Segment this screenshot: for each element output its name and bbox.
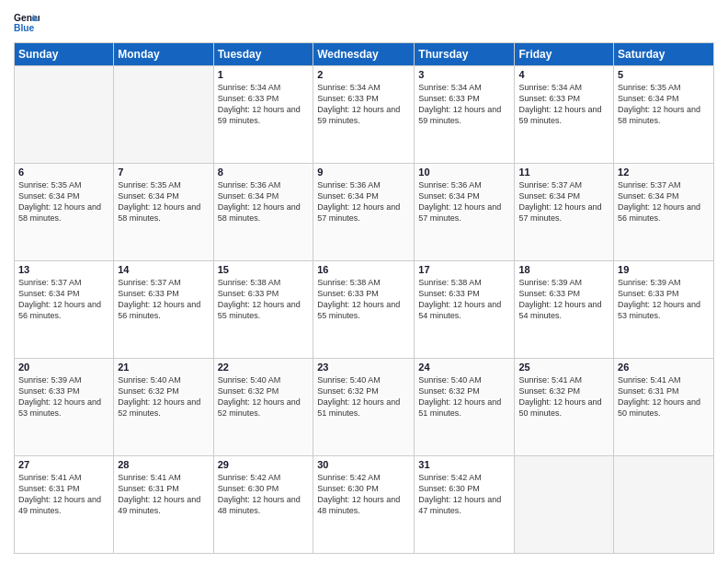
calendar-cell: 12Sunrise: 5:37 AM Sunset: 6:34 PM Dayli… [614, 164, 714, 261]
calendar-cell: 23Sunrise: 5:40 AM Sunset: 6:32 PM Dayli… [313, 359, 415, 456]
calendar-cell: 30Sunrise: 5:42 AM Sunset: 6:30 PM Dayli… [313, 456, 415, 554]
day-info: Sunrise: 5:42 AM Sunset: 6:30 PM Dayligh… [418, 472, 510, 517]
day-info: Sunrise: 5:34 AM Sunset: 6:33 PM Dayligh… [518, 82, 609, 127]
day-number: 2 [317, 69, 410, 80]
day-number: 19 [618, 264, 710, 275]
day-number: 14 [118, 264, 209, 275]
day-info: Sunrise: 5:35 AM Sunset: 6:34 PM Dayligh… [618, 82, 710, 127]
day-number: 30 [317, 459, 410, 470]
day-info: Sunrise: 5:38 AM Sunset: 6:33 PM Dayligh… [218, 277, 310, 322]
calendar-cell: 19Sunrise: 5:39 AM Sunset: 6:33 PM Dayli… [614, 261, 714, 359]
calendar-cell [515, 456, 614, 554]
day-info: Sunrise: 5:37 AM Sunset: 6:34 PM Dayligh… [18, 277, 109, 322]
day-info: Sunrise: 5:40 AM Sunset: 6:32 PM Dayligh… [317, 374, 410, 419]
day-number: 28 [118, 459, 209, 470]
calendar-cell: 24Sunrise: 5:40 AM Sunset: 6:32 PM Dayli… [415, 359, 515, 456]
day-info: Sunrise: 5:42 AM Sunset: 6:30 PM Dayligh… [218, 472, 310, 517]
calendar-cell: 5Sunrise: 5:35 AM Sunset: 6:34 PM Daylig… [614, 66, 714, 164]
calendar-cell: 3Sunrise: 5:34 AM Sunset: 6:33 PM Daylig… [415, 66, 515, 164]
day-info: Sunrise: 5:40 AM Sunset: 6:32 PM Dayligh… [418, 374, 510, 419]
day-info: Sunrise: 5:35 AM Sunset: 6:34 PM Dayligh… [118, 179, 209, 224]
calendar-cell: 31Sunrise: 5:42 AM Sunset: 6:30 PM Dayli… [415, 456, 515, 554]
logo: General Blue [14, 9, 43, 35]
weekday-header: Tuesday [213, 43, 313, 66]
svg-text:Blue: Blue [14, 23, 35, 33]
calendar-cell: 2Sunrise: 5:34 AM Sunset: 6:33 PM Daylig… [313, 66, 415, 164]
day-number: 16 [317, 264, 410, 275]
calendar-week-row: 1Sunrise: 5:34 AM Sunset: 6:33 PM Daylig… [15, 66, 714, 164]
calendar-cell: 8Sunrise: 5:36 AM Sunset: 6:34 PM Daylig… [213, 164, 313, 261]
calendar-cell: 25Sunrise: 5:41 AM Sunset: 6:32 PM Dayli… [515, 359, 614, 456]
weekday-header: Thursday [415, 43, 515, 66]
day-info: Sunrise: 5:39 AM Sunset: 6:33 PM Dayligh… [618, 277, 710, 322]
day-info: Sunrise: 5:41 AM Sunset: 6:31 PM Dayligh… [618, 374, 710, 419]
weekday-header: Wednesday [313, 43, 415, 66]
day-info: Sunrise: 5:40 AM Sunset: 6:32 PM Dayligh… [118, 374, 209, 419]
day-info: Sunrise: 5:34 AM Sunset: 6:33 PM Dayligh… [418, 82, 510, 127]
calendar-cell: 22Sunrise: 5:40 AM Sunset: 6:32 PM Dayli… [213, 359, 313, 456]
day-info: Sunrise: 5:37 AM Sunset: 6:33 PM Dayligh… [118, 277, 209, 322]
calendar-cell: 11Sunrise: 5:37 AM Sunset: 6:34 PM Dayli… [515, 164, 614, 261]
day-number: 9 [317, 167, 410, 178]
day-number: 22 [218, 362, 310, 373]
day-number: 26 [618, 362, 710, 373]
day-info: Sunrise: 5:41 AM Sunset: 6:31 PM Dayligh… [18, 472, 109, 517]
day-number: 5 [618, 69, 710, 80]
day-number: 8 [218, 167, 310, 178]
day-info: Sunrise: 5:34 AM Sunset: 6:33 PM Dayligh… [218, 82, 310, 127]
calendar-cell: 6Sunrise: 5:35 AM Sunset: 6:34 PM Daylig… [15, 164, 114, 261]
calendar-cell: 29Sunrise: 5:42 AM Sunset: 6:30 PM Dayli… [213, 456, 313, 554]
day-info: Sunrise: 5:37 AM Sunset: 6:34 PM Dayligh… [518, 179, 609, 224]
day-info: Sunrise: 5:41 AM Sunset: 6:32 PM Dayligh… [518, 374, 609, 419]
calendar-cell: 14Sunrise: 5:37 AM Sunset: 6:33 PM Dayli… [114, 261, 213, 359]
day-number: 24 [418, 362, 510, 373]
day-number: 15 [218, 264, 310, 275]
calendar-cell: 16Sunrise: 5:38 AM Sunset: 6:33 PM Dayli… [313, 261, 415, 359]
page: General Blue SundayMondayTuesdayWednesda… [0, 0, 728, 563]
day-number: 12 [618, 167, 710, 178]
day-number: 21 [118, 362, 209, 373]
calendar-week-row: 13Sunrise: 5:37 AM Sunset: 6:34 PM Dayli… [15, 261, 714, 359]
day-info: Sunrise: 5:40 AM Sunset: 6:32 PM Dayligh… [218, 374, 310, 419]
day-info: Sunrise: 5:39 AM Sunset: 6:33 PM Dayligh… [18, 374, 109, 419]
header: General Blue [14, 9, 714, 35]
day-number: 29 [218, 459, 310, 470]
day-info: Sunrise: 5:36 AM Sunset: 6:34 PM Dayligh… [218, 179, 310, 224]
calendar-cell: 7Sunrise: 5:35 AM Sunset: 6:34 PM Daylig… [114, 164, 213, 261]
calendar-cell [114, 66, 213, 164]
day-info: Sunrise: 5:39 AM Sunset: 6:33 PM Dayligh… [518, 277, 609, 322]
day-info: Sunrise: 5:36 AM Sunset: 6:34 PM Dayligh… [418, 179, 510, 224]
day-number: 10 [418, 167, 510, 178]
calendar-cell: 1Sunrise: 5:34 AM Sunset: 6:33 PM Daylig… [213, 66, 313, 164]
calendar-body: 1Sunrise: 5:34 AM Sunset: 6:33 PM Daylig… [15, 66, 714, 554]
day-info: Sunrise: 5:36 AM Sunset: 6:34 PM Dayligh… [317, 179, 410, 224]
day-info: Sunrise: 5:37 AM Sunset: 6:34 PM Dayligh… [618, 179, 710, 224]
calendar-cell: 13Sunrise: 5:37 AM Sunset: 6:34 PM Dayli… [15, 261, 114, 359]
day-info: Sunrise: 5:42 AM Sunset: 6:30 PM Dayligh… [317, 472, 410, 517]
day-number: 4 [518, 69, 609, 80]
calendar-cell: 28Sunrise: 5:41 AM Sunset: 6:31 PM Dayli… [114, 456, 213, 554]
calendar-cell [15, 66, 114, 164]
calendar-cell [614, 456, 714, 554]
day-number: 3 [418, 69, 510, 80]
day-number: 20 [18, 362, 109, 373]
calendar-header: SundayMondayTuesdayWednesdayThursdayFrid… [15, 43, 714, 66]
weekday-header: Sunday [15, 43, 114, 66]
day-info: Sunrise: 5:38 AM Sunset: 6:33 PM Dayligh… [317, 277, 410, 322]
weekday-header: Monday [114, 43, 213, 66]
calendar-cell: 10Sunrise: 5:36 AM Sunset: 6:34 PM Dayli… [415, 164, 515, 261]
day-number: 23 [317, 362, 410, 373]
day-number: 6 [18, 167, 109, 178]
day-number: 25 [518, 362, 609, 373]
calendar-cell: 20Sunrise: 5:39 AM Sunset: 6:33 PM Dayli… [15, 359, 114, 456]
day-number: 17 [418, 264, 510, 275]
day-number: 1 [218, 69, 310, 80]
calendar-week-row: 20Sunrise: 5:39 AM Sunset: 6:33 PM Dayli… [15, 359, 714, 456]
day-number: 31 [418, 459, 510, 470]
calendar-week-row: 27Sunrise: 5:41 AM Sunset: 6:31 PM Dayli… [15, 456, 714, 554]
day-info: Sunrise: 5:35 AM Sunset: 6:34 PM Dayligh… [18, 179, 109, 224]
day-number: 13 [18, 264, 109, 275]
day-info: Sunrise: 5:41 AM Sunset: 6:31 PM Dayligh… [118, 472, 209, 517]
calendar-cell: 4Sunrise: 5:34 AM Sunset: 6:33 PM Daylig… [515, 66, 614, 164]
weekday-row: SundayMondayTuesdayWednesdayThursdayFrid… [15, 43, 714, 66]
